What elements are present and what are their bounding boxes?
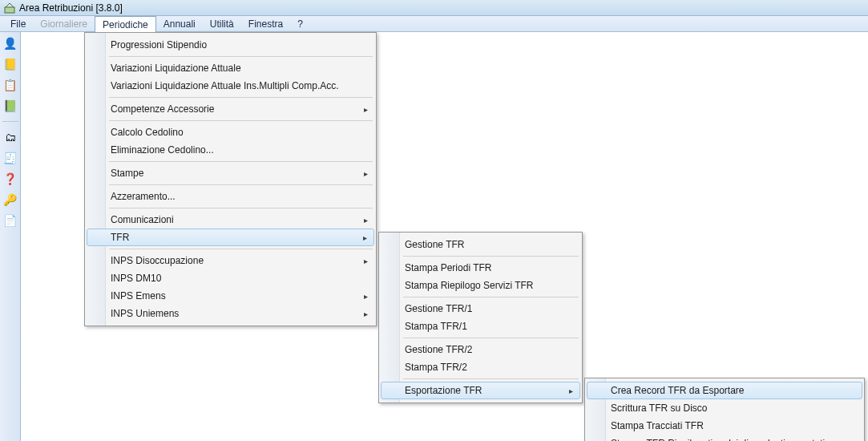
dropdown-tfr: Gestione TFR Stampa Periodi TFR Stampa R… [378, 232, 583, 403]
menu-separator [403, 378, 579, 379]
toolbar-key-icon[interactable]: 🔑 [2, 192, 18, 208]
menuitem-competenze-accessorie[interactable]: Competenze Accessorie [87, 100, 374, 118]
toolbar-grid-icon[interactable]: 🧾 [2, 150, 18, 166]
menu-separator [403, 256, 579, 257]
svg-rect-0 [5, 7, 14, 13]
toolbar-person-icon[interactable]: 👤 [2, 35, 18, 51]
toolbar-book-icon[interactable]: 📒 [2, 56, 18, 72]
menuitem-stampa-riepilogo-tfr[interactable]: Stampa Riepilogo Servizi TFR [381, 277, 580, 294]
toolbar-doc-icon[interactable]: 📄 [2, 212, 18, 229]
menuitem-gestione-tfr[interactable]: Gestione TFR [381, 236, 580, 253]
menu-separator [109, 56, 373, 57]
toolbar-ledger-icon[interactable]: 📗 [2, 98, 18, 114]
window-title: Area Retribuzioni [3.8.0] [19, 2, 123, 14]
toolbar-clipboard-icon[interactable]: 📋 [2, 77, 18, 93]
menuitem-stampe[interactable]: Stampe [87, 164, 374, 182]
dropdown-esportazione-tfr: Crea Record TFR da Esportare Scrittura T… [584, 378, 865, 441]
menuitem-inps-uniemens[interactable]: INPS Uniemens [87, 305, 374, 322]
toolbar-separator [2, 121, 18, 122]
menuitem-variazioni-liquidazione[interactable]: Variazioni Liquidazione Attuale [87, 59, 374, 77]
menu-file[interactable]: File [3, 16, 33, 31]
menuitem-progressioni-stipendio[interactable]: Progressioni Stipendio [87, 36, 374, 54]
app-icon [3, 2, 16, 14]
menu-separator [109, 161, 373, 162]
menuitem-crea-record-tfr[interactable]: Crea Record TFR da Esportare [587, 382, 862, 399]
dropdown-periodiche: Progressioni Stipendio Variazioni Liquid… [84, 32, 377, 326]
menu-separator [403, 297, 579, 297]
toolbar-help-icon[interactable]: ❓ [2, 171, 18, 187]
menuitem-gestione-tfr1[interactable]: Gestione TFR/1 [381, 300, 580, 318]
menu-separator [109, 184, 373, 185]
left-toolbar: 👤 📒 📋 📗 🗂 🧾 ❓ 🔑 📄 [0, 32, 21, 441]
menuitem-variazioni-liquidazione-multipli[interactable]: Variazioni Liquidazione Attuale Ins.Mult… [87, 77, 374, 95]
menuitem-stampa-tfr1[interactable]: Stampa TFR/1 [381, 318, 580, 335]
menu-separator [109, 208, 373, 208]
menu-help[interactable]: ? [290, 16, 310, 31]
menu-separator [109, 120, 373, 121]
menuitem-stampa-tfr2[interactable]: Stampa TFR/2 [381, 358, 580, 376]
menuitem-inps-dm10[interactable]: INPS DM10 [87, 269, 374, 287]
menuitem-stampa-periodi-tfr[interactable]: Stampa Periodi TFR [381, 259, 580, 277]
menuitem-tfr[interactable]: TFR [87, 229, 374, 246]
menu-separator [109, 249, 373, 249]
menu-finestra[interactable]: Finestra [241, 16, 290, 31]
menuitem-calcolo-cedolino[interactable]: Calcolo Cedolino [87, 123, 374, 141]
menuitem-inps-disoccupazione[interactable]: INPS Disoccupazione [87, 252, 374, 269]
menu-giornaliere[interactable]: Giornaliere [33, 16, 95, 31]
toolbar-cards-icon[interactable]: 🗂 [2, 129, 18, 145]
menuitem-azzeramento[interactable]: Azzeramento... [87, 188, 374, 205]
menuitem-esportazione-tfr[interactable]: Esportazione TFR [381, 382, 580, 399]
menuitem-comunicazioni[interactable]: Comunicazioni [87, 211, 374, 229]
menuitem-inps-emens[interactable]: INPS Emens [87, 287, 374, 305]
titlebar: Area Retribuzioni [3.8.0] [0, 0, 868, 16]
menu-annuali[interactable]: Annuali [156, 16, 203, 31]
menu-separator [109, 97, 373, 98]
menu-periodiche[interactable]: Periodiche [95, 16, 156, 32]
menuitem-gestione-tfr2[interactable]: Gestione TFR/2 [381, 341, 580, 358]
menubar: File Giornaliere Periodiche Annuali Util… [0, 16, 868, 32]
menu-utilita[interactable]: Utilità [203, 16, 241, 31]
menuitem-stampa-riepilogativa-tfr[interactable]: Stampa TFR Riepilogativa dei dipendenti … [587, 435, 862, 441]
menuitem-scrittura-tfr-disco[interactable]: Scrittura TFR su Disco [587, 399, 862, 417]
menu-separator [403, 338, 579, 338]
menuitem-stampa-tracciati-tfr[interactable]: Stampa Tracciati TFR [587, 417, 862, 435]
menuitem-eliminazione-cedolino[interactable]: Eliminazione Cedolino... [87, 141, 374, 159]
